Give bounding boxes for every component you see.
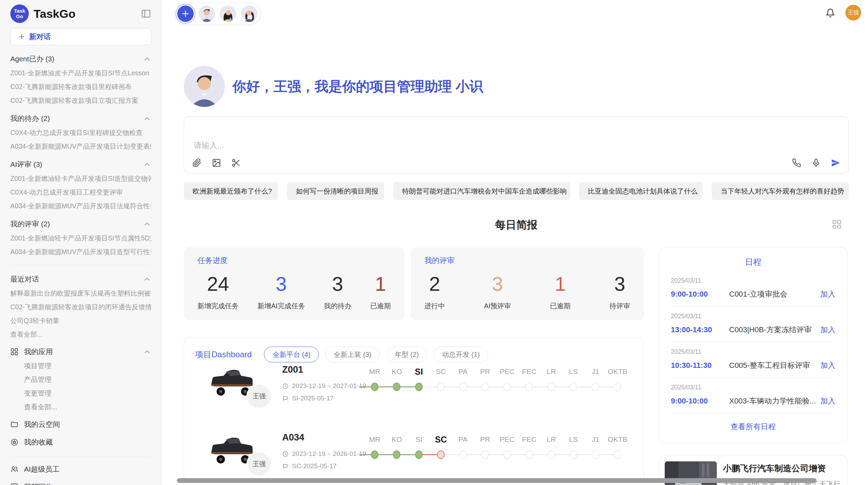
sidebar-help-me-write[interactable]: 帮我写作 — [10, 482, 151, 485]
join-link[interactable]: 加入 — [820, 325, 835, 335]
plus-icon — [181, 10, 190, 18]
my-review-card: 我的评审 2进行中 3AI预评审 1已逾期 3待评审 — [411, 247, 644, 320]
milestone-label: PEC — [500, 434, 515, 445]
microphone-icon[interactable] — [811, 158, 821, 167]
suggestion-chip[interactable]: 当下年轻人对汽车外观有怎样的喜好趋势 — [712, 182, 849, 200]
agent-avatar[interactable] — [198, 5, 215, 22]
app-item-project-mgmt[interactable]: 项目管理 — [24, 362, 151, 370]
join-link[interactable]: 加入 — [820, 396, 835, 406]
milestone-label: LS — [569, 434, 578, 445]
sidebar-item[interactable]: C0X4-动力总成开发项目工程变更评审 — [10, 188, 151, 197]
tab-new-body[interactable]: 全新上装 (3) — [325, 347, 380, 362]
star-badge-icon — [10, 438, 19, 446]
sidebar-section-recent-chats[interactable]: 最近对话 — [10, 274, 151, 284]
milestone-dot — [526, 450, 533, 459]
sidebar-item[interactable]: A034-全新新能源MUV产品开发项目造型可行性评审 — [10, 248, 151, 256]
milestone-dot — [547, 383, 555, 391]
tab-model-year[interactable]: 年型 (2) — [386, 347, 427, 362]
sidebar-section-my-todo[interactable]: 我的待办 (2) — [10, 114, 151, 123]
new-chat-button[interactable]: 新对话 — [10, 28, 151, 45]
schedule-item: 2025/03/11 10:30-11:30C005-整车工程目标评审加入 — [671, 342, 835, 378]
stat: 3我的待办 — [324, 272, 351, 311]
app-item-product-mgmt[interactable]: 产品管理 — [24, 375, 151, 384]
project-row[interactable]: 王强 Z001 2023-12-19 ~ 2027-01-19 SI-2025-… — [184, 364, 643, 430]
notification-bell-icon[interactable] — [825, 8, 835, 18]
attachment-icon[interactable] — [192, 158, 202, 167]
clock-icon — [282, 451, 289, 457]
sidebar-collapse-icon[interactable] — [141, 9, 151, 19]
project-row[interactable]: 王强 A034 2023-12-19 ~ 2026-01-19 SC-2025-… — [184, 432, 643, 485]
chat-input[interactable]: 请输入... — [184, 116, 849, 173]
app-item-change-mgmt[interactable]: 变更管理 — [24, 389, 151, 398]
scissors-icon[interactable] — [231, 158, 241, 167]
greeting-block: 你好，王强，我是你的项目管理助理 小识 — [184, 66, 483, 107]
sidebar-ai-super-staff[interactable]: AI超级员工 — [10, 464, 151, 474]
milestone-label: J1 — [592, 366, 599, 377]
milestone-dot — [526, 383, 533, 391]
recent-chat-item[interactable]: 解释最新出台的欧盟报废车法规再生塑料比例被调至15%... — [10, 289, 151, 298]
milestone-label: KO — [391, 434, 402, 445]
main-content: 王强 你好，王强，我是你的项目管理助理 小识 请输入... 欧洲新规 — [162, 0, 868, 485]
dashboard-title: 项目Dashboard — [195, 349, 252, 360]
sidebar-item[interactable]: Z001-全新燃油轻卡产品开发项目SI造型提交物评审 — [10, 174, 151, 183]
milestone-dot — [437, 383, 445, 391]
milestone-label: KO — [391, 366, 402, 377]
divider — [10, 265, 151, 265]
sidebar-my-apps[interactable]: 我的应用 — [10, 347, 151, 357]
sidebar-section-ai-review[interactable]: AI评审 (3) — [10, 160, 151, 169]
sidebar-item[interactable]: C02-飞腾新能源轻客改款项目立项汇报方案 — [10, 96, 151, 105]
schedule-card: 日程 2025/03/11 9:00-10:00C001-立项审批会加入 202… — [659, 247, 847, 444]
user-avatar[interactable]: 王强 — [845, 5, 861, 21]
app-root: Task Go TaskGo 新对话 Agent已办 (3) Z001-全新燃油… — [0, 0, 868, 485]
phone-icon[interactable] — [792, 158, 801, 167]
sidebar-item[interactable]: C0X4-动力总成开发项目SI里程碑提交物检查 — [10, 128, 151, 137]
milestone-dot — [437, 450, 445, 459]
milestone-label: MR — [369, 434, 381, 445]
milestone-label: SI — [415, 434, 422, 445]
suggestion-chip[interactable]: 如何写一份清晰的项目周报 — [287, 182, 384, 200]
sidebar-my-favorites[interactable]: 我的收藏 — [10, 437, 151, 447]
apps-view-all[interactable]: 查看全部... — [24, 403, 151, 411]
app-title: TaskGo — [34, 7, 141, 21]
schedule-item: 2025/03/11 13:00-14:30C003|H0B-方案冻结评审加入 — [671, 307, 835, 342]
sidebar-item[interactable]: C02-飞腾新能源轻客改款项目里程碑画布 — [10, 83, 151, 91]
suggestion-chip[interactable]: 比亚迪全固态电池计划具体说了什么 — [579, 182, 703, 200]
agent-avatar[interactable] — [220, 5, 236, 22]
milestone-label: PA — [458, 366, 467, 377]
join-link[interactable]: 加入 — [820, 360, 835, 371]
project-flag: SC-2025-05-17 — [292, 462, 337, 470]
sidebar-item[interactable]: A034-全新新能源MUV产品开发项目计划变更表编写 — [10, 142, 151, 151]
assistant-avatar — [184, 66, 225, 107]
daily-briefing-header: 每日简报 — [184, 218, 849, 232]
sidebar-item[interactable]: Z001-全新燃油皮卡产品开发项目SI节点Lesson Learn报告 — [10, 69, 151, 77]
view-all-schedule-link[interactable]: 查看所有日程 — [671, 422, 835, 432]
sidebar-section-agent-done[interactable]: Agent已办 (3) — [10, 54, 151, 64]
apps-grid-icon — [10, 348, 19, 356]
recent-chat-item[interactable]: 公司Q3轻卡销量 — [10, 316, 151, 325]
sidebar-my-cloud[interactable]: 我的云空间 — [10, 420, 151, 429]
input-right-actions — [792, 158, 840, 167]
agents-toolbar — [174, 3, 261, 25]
sidebar-item[interactable]: Z001-全新燃油轻卡产品开发项目SI节点属性5D文件评审 — [10, 234, 151, 242]
tab-new-platform[interactable]: 全新平台 (4) — [264, 347, 319, 362]
milestone-dot — [503, 383, 511, 391]
add-agent-button[interactable] — [177, 5, 194, 22]
recent-chat-item[interactable]: C02-飞腾新能源轻客改款项目的闭环通告反馈情况 — [10, 303, 151, 311]
layout-grid-icon[interactable] — [832, 219, 842, 229]
recent-view-all[interactable]: 查看全部... — [10, 330, 151, 339]
project-flag: SI-2025-05-17 — [292, 395, 334, 402]
send-icon[interactable] — [831, 158, 840, 167]
milestone-dot — [503, 450, 511, 459]
image-icon[interactable] — [212, 158, 221, 167]
suggestion-chip[interactable]: 欧洲新规最近颁布了什么? — [184, 182, 278, 200]
chevron-up-icon — [143, 55, 151, 63]
news-title: 小鹏飞行汽车制造公司增资 — [723, 463, 840, 474]
suggestion-chip[interactable]: 特朗普可能对进口汽车增税会对中国车企造成哪些影响 — [393, 182, 570, 200]
horizontal-scrollbar[interactable] — [177, 478, 817, 483]
sidebar-section-my-review[interactable]: 我的评审 (2) — [10, 219, 151, 229]
join-link[interactable]: 加入 — [820, 289, 835, 299]
tab-powertrain[interactable]: 动总开发 (1) — [433, 347, 488, 362]
agent-avatar[interactable] — [241, 5, 257, 22]
milestone-dot — [459, 450, 467, 459]
sidebar-item[interactable]: A034-全新新能源MUV产品开发项目法规符合性评审 — [10, 202, 151, 210]
